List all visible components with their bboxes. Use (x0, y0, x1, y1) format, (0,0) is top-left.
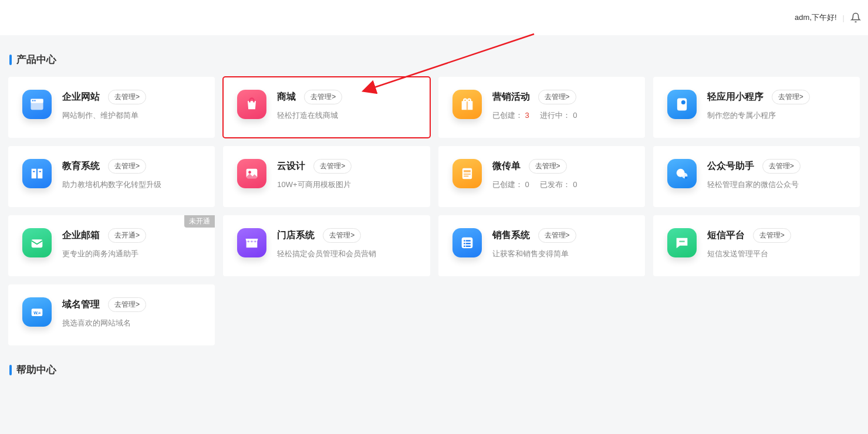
svg-point-8 (464, 99, 467, 102)
card-title: 云设计 (277, 160, 305, 172)
section-title-products: 产品中心 (9, 53, 863, 66)
manage-button[interactable]: 去管理> (538, 90, 576, 104)
card-title: 商城 (277, 91, 296, 103)
manage-button[interactable]: 去管理> (538, 228, 576, 243)
card-title: 营销活动 (492, 91, 530, 103)
product-grid: 企业网站 去管理> 网站制作、维护都简单 商城 去管理> 轻松打造在线商城 营销… (5, 77, 863, 345)
card-title: 企业网站 (62, 91, 100, 103)
manage-button[interactable]: 去管理> (762, 159, 801, 174)
card-title: 短信平台 (707, 229, 745, 242)
product-card: 门店系统 去管理> 轻松搞定会员管理和会员营销 (223, 215, 430, 276)
product-card: 商城 去管理> 轻松打造在线商城 (223, 77, 430, 138)
card-stats: 已创建：0 已发布：0 (492, 179, 631, 190)
product-card: 未开通 企业邮箱 去开通> 更专业的商务沟通助手 (8, 215, 215, 276)
section-title-label: 帮助中心 (16, 363, 56, 377)
website-icon (22, 90, 52, 119)
svg-rect-31 (465, 243, 470, 244)
product-card: 营销活动 去管理> 已创建：3 进行中：0 (438, 77, 645, 138)
card-title: 轻应用小程序 (707, 91, 764, 103)
mail-icon (22, 228, 52, 257)
bell-icon[interactable] (850, 12, 861, 23)
card-desc: 助力教培机构数字化转型升级 (62, 179, 201, 190)
card-title: 教育系统 (62, 160, 100, 172)
stat-value: 0 (525, 180, 529, 189)
card-desc: 轻松管理自家的微信公众号 (707, 179, 846, 190)
separator: | (843, 13, 845, 22)
svg-point-15 (248, 171, 251, 174)
manage-button[interactable]: 去管理> (108, 297, 146, 312)
gift-icon (452, 90, 482, 119)
manage-button[interactable]: 去管理> (108, 90, 146, 104)
svg-rect-4 (31, 103, 43, 110)
svg-rect-28 (464, 240, 465, 241)
card-title: 公众号助手 (707, 160, 754, 172)
card-title: 微传单 (492, 160, 521, 172)
card-desc: 轻松搞定会员管理和会员营销 (277, 249, 416, 259)
svg-point-2 (32, 100, 33, 101)
stat-label: 进行中： (540, 111, 570, 120)
card-desc: 轻松打造在线商城 (277, 110, 416, 121)
product-card: 云设计 去管理> 10W+可商用模板图片 (223, 146, 430, 207)
image-icon (237, 159, 266, 188)
manage-button[interactable]: 去管理> (753, 228, 791, 243)
svg-rect-33 (465, 246, 470, 247)
svg-rect-19 (464, 176, 468, 177)
manage-button[interactable]: 去管理> (529, 159, 567, 174)
product-card: 微传单 去管理> 已创建：0 已发布：0 (438, 146, 645, 207)
stat-label: 已创建： (492, 180, 523, 189)
card-desc: 短信发送管理平台 (707, 249, 846, 259)
card-title: 域名管理 (62, 299, 100, 311)
card-title: 门店系统 (277, 229, 315, 242)
section-title-help: 帮助中心 (9, 363, 863, 377)
list-icon (452, 228, 482, 257)
card-desc: 更专业的商务沟通助手 (62, 249, 201, 259)
stat-label: 已发布： (540, 180, 570, 189)
greeting-text: adm,下午好! (795, 12, 837, 23)
product-card: 教育系统 去管理> 助力教培机构数字化转型升级 (8, 146, 215, 207)
svg-point-3 (34, 100, 35, 101)
svg-rect-34 (679, 241, 684, 242)
card-stats: 已创建：3 进行中：0 (492, 110, 631, 121)
svg-point-25 (251, 240, 253, 242)
svg-rect-32 (464, 246, 465, 247)
svg-text:W.=: W.= (33, 311, 40, 315)
svg-rect-23 (32, 239, 43, 247)
svg-rect-17 (464, 170, 471, 172)
svg-point-26 (255, 240, 256, 242)
manage-button[interactable]: 去管理> (323, 228, 361, 243)
card-desc: 让获客和销售变得简单 (492, 249, 631, 259)
stat-value: 3 (525, 111, 529, 120)
manage-button[interactable]: 去管理> (772, 90, 810, 104)
store-icon (237, 228, 266, 257)
miniapp-icon (667, 90, 697, 119)
card-desc: 网站制作、维护都简单 (62, 110, 201, 121)
stat-value: 0 (573, 180, 577, 189)
card-title: 销售系统 (492, 229, 530, 242)
flyer-icon (452, 159, 482, 188)
product-card: 短信平台 去管理> 短信发送管理平台 (653, 215, 860, 276)
product-card: 公众号助手 去管理> 轻松管理自家的微信公众号 (653, 146, 860, 207)
svg-point-11 (681, 100, 685, 104)
svg-point-9 (468, 99, 471, 102)
status-badge: 未开通 (184, 215, 215, 228)
product-card: 销售系统 去管理> 让获客和销售变得简单 (438, 215, 645, 276)
section-title-label: 产品中心 (16, 53, 56, 66)
sms-icon (667, 228, 697, 257)
svg-point-24 (248, 240, 249, 242)
card-desc: 挑选喜欢的网站域名 (62, 318, 201, 328)
svg-rect-10 (677, 99, 687, 111)
svg-rect-29 (465, 240, 470, 241)
manage-button[interactable]: 去管理> (304, 90, 342, 104)
manage-button[interactable]: 去开通> (108, 228, 146, 243)
manage-button[interactable]: 去管理> (313, 159, 352, 174)
domain-icon: W.= (22, 297, 52, 327)
svg-point-22 (684, 177, 687, 179)
product-card: 轻应用小程序 去管理> 制作您的专属小程序 (653, 77, 860, 138)
svg-rect-7 (466, 101, 467, 110)
card-title: 企业邮箱 (62, 229, 100, 242)
stat-label: 已创建： (492, 111, 523, 120)
top-bar: adm,下午好! | (0, 0, 868, 35)
svg-rect-30 (464, 243, 465, 244)
card-desc: 10W+可商用模板图片 (277, 179, 416, 190)
manage-button[interactable]: 去管理> (108, 159, 146, 174)
